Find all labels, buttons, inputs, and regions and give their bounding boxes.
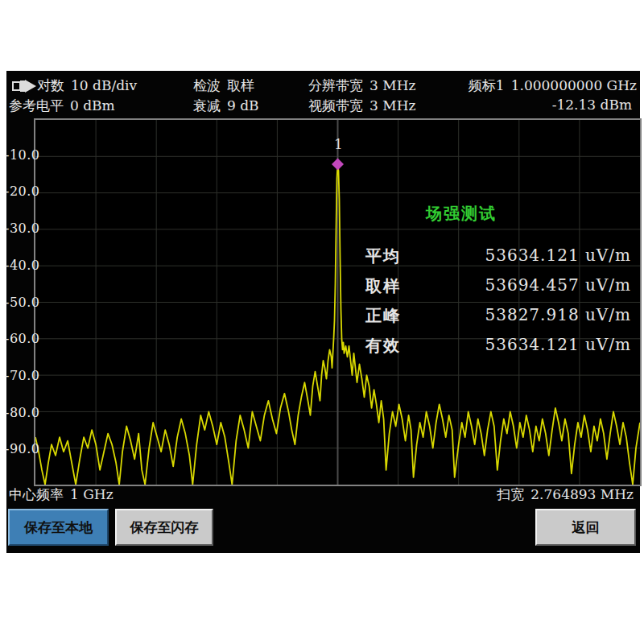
detector-label: 检波 <box>193 77 221 93</box>
vbw-label: 视频带宽 <box>308 97 363 114</box>
span-readout: 扫宽2.764893 MHz <box>497 485 634 504</box>
positive-peak-label: 正峰 <box>365 305 401 327</box>
marker-diamond-icon <box>332 158 344 170</box>
span-value: 2.764893 MHz <box>530 486 634 502</box>
vbw-value: 3 MHz <box>369 97 415 114</box>
rms-value: 53634.121 uV/m <box>485 335 631 354</box>
attenuation-value: 9 dB <box>227 97 259 114</box>
plug-arrow-icon <box>11 79 39 97</box>
analyzer-screen: 对数10 dB/div 检波取样 分辨带宽3 MHz 频标11.00000000… <box>6 71 640 553</box>
measurement-row-average: 平均 53634.121 uV/m <box>365 246 631 266</box>
rbw-label: 分辨带宽 <box>308 77 363 93</box>
measurement-row-rms: 有效 53634.121 uV/m <box>365 335 631 356</box>
scale-value: 10 dB/div <box>71 77 137 93</box>
page: { "header": { "row1": { "scale_label": "… <box>0 0 644 644</box>
center-frequency-value: 1 GHz <box>70 486 114 502</box>
y-axis-tick-label: -10.0 <box>5 148 32 163</box>
average-value: 53634.121 uV/m <box>485 246 631 265</box>
measurement-title: 场强测试 <box>426 203 497 225</box>
y-axis-tick-label: -40.0 <box>5 258 32 273</box>
marker-freq-field: 频标11.000000000 GHz <box>469 76 637 95</box>
amplitude-scale-field: 对数10 dB/div <box>37 76 137 95</box>
y-axis-tick-label: -70.0 <box>5 369 32 383</box>
marker-id-label: 1 <box>334 136 343 152</box>
rbw-field: 分辨带宽3 MHz <box>308 76 415 95</box>
back-button[interactable]: 返回 <box>535 509 636 546</box>
center-frequency-label: 中心频率 <box>9 486 64 502</box>
marker-freq-value: 1.000000000 GHz <box>511 77 637 93</box>
attenuation-label: 衰减 <box>193 97 221 114</box>
vbw-field: 视频带宽3 MHz <box>308 97 415 115</box>
rms-label: 有效 <box>365 335 401 357</box>
average-label: 平均 <box>365 246 401 267</box>
measurement-row-sample: 取样 53694.457 uV/m <box>365 275 631 296</box>
marker-level-field: -12.13 dBm <box>552 97 632 113</box>
ref-level-value: 0 dBm <box>70 97 115 114</box>
positive-peak-value: 53827.918 uV/m <box>485 305 631 324</box>
ref-level-field: 参考电平0 dBm <box>9 97 115 115</box>
y-axis-tick-label: -80.0 <box>5 406 32 420</box>
measurement-row-positive-peak: 正峰 53827.918 uV/m <box>365 305 631 326</box>
y-axis-tick-label: -50.0 <box>5 295 32 310</box>
detector-value: 取样 <box>227 77 254 93</box>
y-axis-tick-label: -90.0 <box>5 442 32 456</box>
marker-label: 频标1 <box>469 77 505 93</box>
spectrum-plot: 1 场强测试 平均 53634.121 uV/m 取样 53694.457 uV… <box>34 118 642 486</box>
ref-level-label: 参考电平 <box>9 97 64 114</box>
marker-level-value: -12.13 dBm <box>552 97 632 113</box>
scale-label: 对数 <box>37 77 64 93</box>
center-frequency-readout: 中心频率1 GHz <box>9 485 114 504</box>
spectrum-canvas: 1 <box>35 120 640 485</box>
sample-label: 取样 <box>365 275 401 297</box>
rbw-value: 3 MHz <box>369 77 415 93</box>
save-to-flash-button[interactable]: 保存至闪存 <box>115 509 213 546</box>
save-to-local-button[interactable]: 保存至本地 <box>8 509 109 546</box>
y-axis-tick-label: -20.0 <box>5 184 32 199</box>
span-label: 扫宽 <box>497 486 524 502</box>
detector-field: 检波取样 <box>193 76 254 95</box>
y-axis-tick-label: -60.0 <box>5 332 32 346</box>
sample-value: 53694.457 uV/m <box>485 275 631 295</box>
attenuation-field: 衰减9 dB <box>193 97 259 115</box>
y-axis-tick-label: -30.0 <box>5 221 32 236</box>
